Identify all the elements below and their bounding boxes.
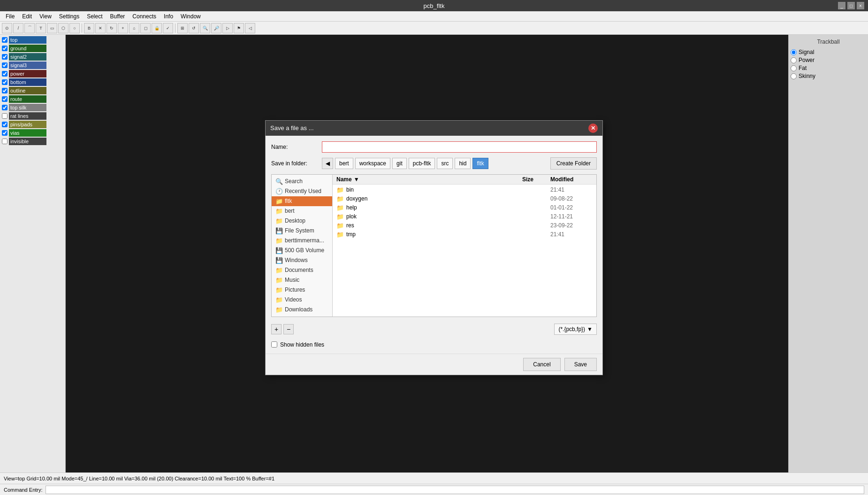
toolbar-btn-speaker[interactable]: ◁ <box>245 23 255 33</box>
toolbar-btn-thrm[interactable]: ⌂ <box>129 23 139 33</box>
file-doxygen[interactable]: 📁 doxygen 09-08-22 <box>333 194 596 203</box>
breadcrumb-bert[interactable]: bert <box>335 158 353 169</box>
dialog-title-bar: Save a file as ... ✕ <box>266 121 602 136</box>
places-desktop[interactable]: 📁 Desktop <box>272 216 332 226</box>
toolbar-btn-buf[interactable]: B <box>84 23 94 33</box>
files-header-size[interactable]: Size <box>522 176 550 183</box>
menu-view[interactable]: View <box>36 12 55 21</box>
radio-skinny[interactable]: Skinny <box>791 73 866 79</box>
toolbar-btn-ins[interactable]: + <box>118 23 128 33</box>
file-help[interactable]: 📁 help 01-01-22 <box>333 203 596 212</box>
title-bar: pcb_fltk _ □ × <box>0 0 868 11</box>
menu-select[interactable]: Select <box>83 12 106 21</box>
name-input[interactable] <box>322 141 597 153</box>
toolbar-btn-flag[interactable]: ⚑ <box>234 23 244 33</box>
toolbar-btn-line[interactable]: / <box>13 23 23 33</box>
res-folder-icon: 📁 <box>336 222 344 229</box>
menu-window[interactable]: Window <box>177 12 205 21</box>
command-input[interactable] <box>46 486 864 494</box>
layer-outline[interactable]: outline <box>1 86 64 95</box>
close-btn[interactable]: × <box>857 2 864 9</box>
toolbar-btn-via[interactable]: ⊙ <box>2 23 12 33</box>
show-hidden-checkbox[interactable] <box>271 341 277 348</box>
toolbar-btn-del[interactable]: ✕ <box>95 23 106 33</box>
breadcrumb-hid[interactable]: hid <box>455 158 471 169</box>
breadcrumb-git[interactable]: git <box>392 158 407 169</box>
remove-place-btn[interactable]: − <box>283 324 294 334</box>
window-controls[interactable]: _ □ × <box>838 2 864 9</box>
radio-power[interactable]: Power <box>791 57 866 63</box>
layer-ground[interactable]: ground <box>1 44 64 53</box>
save-dialog: Save a file as ... ✕ Name: Save in folde… <box>265 120 603 375</box>
menu-buffer[interactable]: Buffer <box>107 12 129 21</box>
breadcrumb-fltk[interactable]: fltk <box>472 158 488 169</box>
places-documents[interactable]: 📁 Documents <box>272 265 332 275</box>
file-res[interactable]: 📁 res 23-09-22 <box>333 221 596 230</box>
breadcrumb-workspace[interactable]: workspace <box>355 158 390 169</box>
menu-connects[interactable]: Connects <box>129 12 160 21</box>
layer-color-bottom: bottom <box>9 78 46 86</box>
layer-route[interactable]: route <box>1 95 64 103</box>
toolbar-btn-refresh[interactable]: ↺ <box>189 23 199 33</box>
layer-power[interactable]: power <box>1 70 64 78</box>
menu-info[interactable]: Info <box>160 12 177 21</box>
layer-signal2[interactable]: signal2 <box>1 53 64 61</box>
places-recently-used[interactable]: 🕐 Recently Used <box>272 186 332 196</box>
layer-top[interactable]: top <box>1 36 64 44</box>
toolbar-btn-sel[interactable]: ◻ <box>140 23 151 33</box>
toolbar-btn-poly[interactable]: ⬡ <box>58 23 69 33</box>
files-header-modified[interactable]: Modified <box>550 176 593 183</box>
file-tmp[interactable]: 📁 tmp 21:41 <box>333 230 596 239</box>
dialog-close-btn[interactable]: ✕ <box>588 124 598 133</box>
filter-dropdown[interactable]: (*.{pcb,fp}) ▼ <box>554 324 597 335</box>
toolbar-btn-arrow[interactable]: ▷ <box>222 23 233 33</box>
minimize-btn[interactable]: _ <box>838 2 845 9</box>
file-plok[interactable]: 📁 plok 12-11-21 <box>333 212 596 221</box>
layer-top-silk[interactable]: top silk <box>1 103 64 112</box>
breadcrumb-pcb-fltk[interactable]: pcb-fltk <box>409 158 435 169</box>
places-music[interactable]: 📁 Music <box>272 275 332 285</box>
toolbar-btn-rot[interactable]: ↻ <box>107 23 117 33</box>
places-berttimmerma[interactable]: 📁 berttimmerma... <box>272 236 332 246</box>
toolbar-btn-arc[interactable]: ⌒ <box>24 23 35 33</box>
places-500gb[interactable]: 💾 500 GB Volume <box>272 246 332 255</box>
toolbar-btn-fin[interactable]: ✓ <box>163 23 173 33</box>
menu-file[interactable]: File <box>2 12 18 21</box>
maximize-btn[interactable]: □ <box>847 2 855 9</box>
places-search[interactable]: 🔍 Search <box>272 177 332 186</box>
places-filesystem[interactable]: 💾 File System <box>272 226 332 236</box>
create-folder-btn[interactable]: Create Folder <box>550 157 597 170</box>
layer-pins-pads[interactable]: pins/pads <box>1 120 64 129</box>
menu-edit[interactable]: Edit <box>18 12 36 21</box>
cancel-btn[interactable]: Cancel <box>523 358 560 371</box>
places-downloads[interactable]: 📁 Downloads <box>272 305 332 315</box>
res-label: res <box>346 222 354 229</box>
radio-fat[interactable]: Fat <box>791 65 866 71</box>
folder-nav-back[interactable]: ◀ <box>322 158 333 169</box>
places-windows[interactable]: 💾 Windows <box>272 255 332 265</box>
save-btn[interactable]: Save <box>564 358 597 371</box>
toolbar-btn-lock[interactable]: 🔒 <box>152 23 162 33</box>
toolbar-btn-zoom-fit[interactable]: ⊞ <box>177 23 188 33</box>
layer-invisible[interactable]: invisible <box>1 137 64 146</box>
layer-rat-lines[interactable]: rat lines <box>1 112 64 120</box>
breadcrumb-src[interactable]: src <box>437 158 453 169</box>
toolbar-btn-zoom-in[interactable]: 🔍 <box>200 23 210 33</box>
files-header-name[interactable]: Name ▼ <box>336 176 522 183</box>
file-bin[interactable]: 📁 bin 21:41 <box>333 186 596 194</box>
places-fltk[interactable]: 📁 fltk <box>272 196 332 206</box>
places-pictures[interactable]: 📁 Pictures <box>272 285 332 295</box>
layer-vias[interactable]: vias <box>1 129 64 137</box>
layer-signal3[interactable]: signal3 <box>1 61 64 70</box>
add-place-btn[interactable]: + <box>271 324 282 334</box>
toolbar-btn-hole[interactable]: ○ <box>69 23 80 33</box>
menu-settings[interactable]: Settings <box>55 12 83 21</box>
radio-signal[interactable]: Signal <box>791 49 866 55</box>
files-header-name-label: Name <box>336 176 352 183</box>
toolbar-btn-text[interactable]: T <box>36 23 46 33</box>
places-videos[interactable]: 📁 Videos <box>272 295 332 305</box>
toolbar-btn-zoom-out[interactable]: 🔎 <box>211 23 221 33</box>
layer-bottom[interactable]: bottom <box>1 78 64 86</box>
toolbar-btn-rect[interactable]: ▭ <box>47 23 57 33</box>
places-bert[interactable]: 📁 bert <box>272 206 332 216</box>
